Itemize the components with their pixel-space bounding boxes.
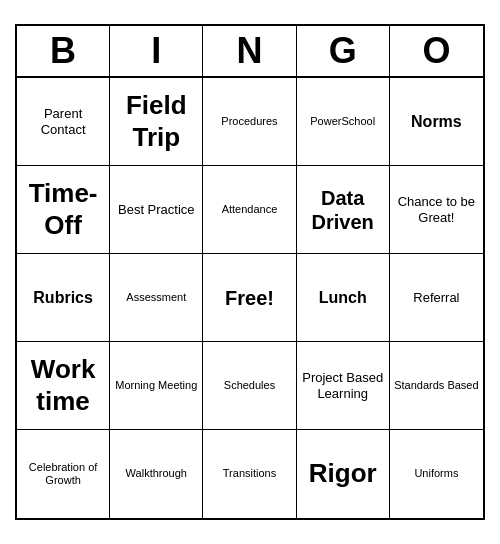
cell-text: Morning Meeting — [115, 379, 197, 392]
header-letter: B — [17, 26, 110, 76]
cell-text: Work time — [21, 354, 105, 416]
cell-text: Celebration of Growth — [21, 461, 105, 487]
bingo-grid: Parent ContactField TripProceduresPowerS… — [17, 78, 483, 518]
header-letter: O — [390, 26, 483, 76]
cell-text: Assessment — [126, 291, 186, 304]
bingo-header: BINGO — [17, 26, 483, 78]
cell-text: Attendance — [222, 203, 278, 216]
bingo-cell: Referral — [390, 254, 483, 342]
bingo-cell: Rigor — [297, 430, 390, 518]
bingo-cell: Assessment — [110, 254, 203, 342]
cell-text: PowerSchool — [310, 115, 375, 128]
cell-text: Project Based Learning — [301, 370, 385, 401]
bingo-cell: Attendance — [203, 166, 296, 254]
header-letter: N — [203, 26, 296, 76]
bingo-cell: Standards Based — [390, 342, 483, 430]
bingo-cell: Procedures — [203, 78, 296, 166]
bingo-cell: PowerSchool — [297, 78, 390, 166]
cell-text: Transitions — [223, 467, 276, 480]
bingo-cell: Time-Off — [17, 166, 110, 254]
bingo-cell: Walkthrough — [110, 430, 203, 518]
bingo-cell: Celebration of Growth — [17, 430, 110, 518]
header-letter: I — [110, 26, 203, 76]
cell-text: Norms — [411, 112, 462, 131]
cell-text: Parent Contact — [21, 106, 105, 137]
bingo-cell: Rubrics — [17, 254, 110, 342]
bingo-cell: Field Trip — [110, 78, 203, 166]
cell-text: Lunch — [319, 288, 367, 307]
cell-text: Chance to be Great! — [394, 194, 479, 225]
cell-text: Time-Off — [21, 178, 105, 240]
cell-text: Uniforms — [414, 467, 458, 480]
cell-text: Procedures — [221, 115, 277, 128]
bingo-cell: Best Practice — [110, 166, 203, 254]
cell-text: Schedules — [224, 379, 275, 392]
bingo-cell: Work time — [17, 342, 110, 430]
cell-text: Best Practice — [118, 202, 195, 218]
cell-text: Free! — [225, 286, 274, 310]
bingo-cell: Chance to be Great! — [390, 166, 483, 254]
header-letter: G — [297, 26, 390, 76]
cell-text: Data Driven — [301, 186, 385, 234]
bingo-cell: Norms — [390, 78, 483, 166]
bingo-cell: Uniforms — [390, 430, 483, 518]
cell-text: Rubrics — [33, 288, 93, 307]
cell-text: Standards Based — [394, 379, 478, 392]
cell-text: Referral — [413, 290, 459, 306]
cell-text: Walkthrough — [126, 467, 187, 480]
bingo-cell: Parent Contact — [17, 78, 110, 166]
cell-text: Rigor — [309, 458, 377, 489]
bingo-cell: Free! — [203, 254, 296, 342]
bingo-cell: Transitions — [203, 430, 296, 518]
bingo-cell: Project Based Learning — [297, 342, 390, 430]
bingo-cell: Data Driven — [297, 166, 390, 254]
bingo-cell: Lunch — [297, 254, 390, 342]
bingo-cell: Morning Meeting — [110, 342, 203, 430]
bingo-card: BINGO Parent ContactField TripProcedures… — [15, 24, 485, 520]
bingo-cell: Schedules — [203, 342, 296, 430]
cell-text: Field Trip — [114, 90, 198, 152]
